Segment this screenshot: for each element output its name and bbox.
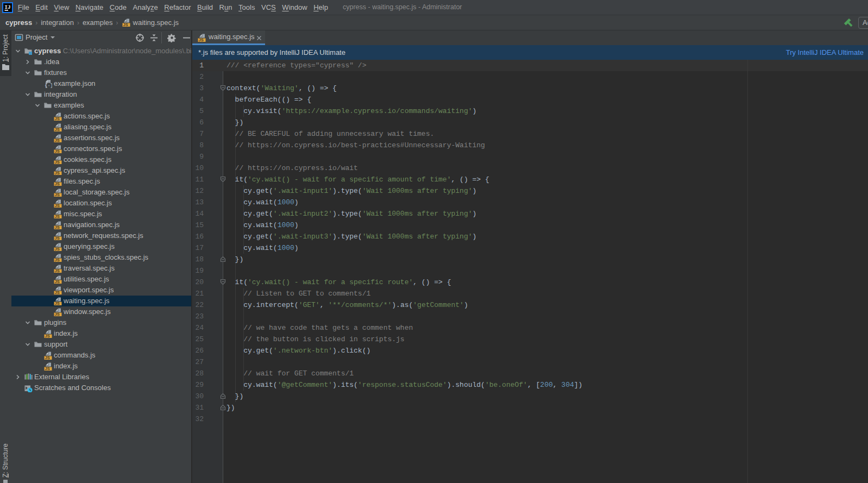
svg-text:JS: JS	[55, 312, 60, 316]
svg-text:JS: JS	[55, 171, 60, 175]
svg-text:JS: JS	[55, 192, 60, 197]
svg-text:JS: JS	[55, 268, 60, 273]
svg-text:IJ: IJ	[5, 5, 11, 10]
svg-text:JS: JS	[55, 203, 60, 208]
svg-text:JS: JS	[55, 290, 60, 294]
svg-text:JS: JS	[55, 149, 60, 153]
svg-text:JS: JS	[55, 127, 60, 131]
svg-text:JS: JS	[123, 22, 128, 27]
svg-text:JS: JS	[55, 214, 60, 218]
svg-text:JS: JS	[55, 116, 60, 121]
svg-text:JS: JS	[55, 301, 60, 305]
svg-text:{·}: {·}	[45, 83, 52, 88]
svg-text:JS: JS	[45, 366, 50, 371]
svg-text:JS: JS	[55, 160, 60, 164]
svg-text:JS: JS	[45, 334, 50, 338]
svg-text:JS: JS	[199, 37, 204, 42]
svg-text:JS: JS	[55, 279, 60, 284]
svg-text:JS: JS	[55, 247, 60, 251]
svg-text:JS: JS	[55, 236, 60, 240]
svg-text:JS: JS	[55, 258, 60, 262]
svg-text:JS: JS	[55, 225, 60, 229]
svg-text:JS: JS	[55, 138, 60, 142]
svg-text:JS: JS	[45, 355, 50, 360]
svg-text:JS: JS	[55, 181, 60, 186]
